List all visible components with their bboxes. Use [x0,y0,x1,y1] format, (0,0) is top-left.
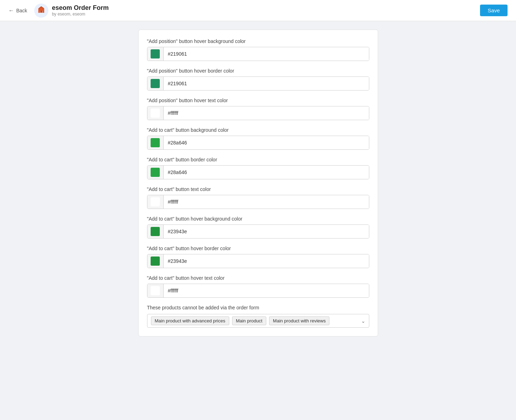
color-swatch-add-to-cart-btn-bg [151,138,160,147]
color-field-group-add-to-cart-btn-hover-border: "Add to cart" button hover border color [147,246,369,268]
products-tags-row[interactable]: Main product with advanced prices Main p… [147,314,369,328]
color-value-input-add-position-btn-hover-text[interactable] [164,106,369,120]
color-field-group-add-to-cart-btn-border: "Add to cart" button border color [147,157,369,179]
color-swatch-add-to-cart-btn-hover-bg [151,227,160,236]
product-tag-advanced-prices: Main product with advanced prices [151,316,229,325]
color-swatch-btn-add-to-cart-btn-text[interactable] [147,195,164,209]
chevron-down-icon[interactable]: ⌄ [361,318,365,324]
color-swatch-add-to-cart-btn-border [151,168,160,177]
color-field-row-add-position-btn-hover-bg [147,47,369,61]
color-swatch-btn-add-position-btn-hover-border[interactable] [147,77,164,90]
product-tag-reviews: Main product with reviews [269,316,330,325]
color-field-label-add-to-cart-btn-hover-border: "Add to cart" button hover border color [147,246,369,251]
back-arrow-icon: ← [8,7,14,14]
color-field-label-add-to-cart-btn-border: "Add to cart" button border color [147,157,369,162]
color-field-row-add-to-cart-btn-bg [147,136,369,150]
app-subtitle: by eseom, eseom [52,12,109,17]
color-field-row-add-to-cart-btn-border [147,165,369,179]
color-field-group-add-to-cart-btn-text: "Add to cart" button text color [147,186,369,209]
color-field-row-add-to-cart-btn-hover-border [147,254,369,268]
color-value-input-add-position-btn-hover-border[interactable] [164,77,369,90]
color-field-label-add-to-cart-btn-text: "Add to cart" button text color [147,186,369,192]
top-navigation: ← Back eseom Order Form by eseom, eseom … [0,0,516,21]
color-value-input-add-to-cart-btn-text[interactable] [164,195,369,209]
color-field-label-add-to-cart-btn-bg: "Add to cart" button background color [147,127,369,133]
color-swatch-btn-add-position-btn-hover-text[interactable] [147,106,164,120]
color-field-row-add-to-cart-btn-hover-text [147,284,369,298]
color-value-input-add-to-cart-btn-bg[interactable] [164,136,369,149]
nav-left: ← Back eseom Order Form by eseom, eseom [8,4,109,18]
color-value-input-add-to-cart-btn-hover-border[interactable] [164,254,369,268]
color-swatch-btn-add-to-cart-btn-hover-bg[interactable] [147,225,164,238]
color-field-row-add-position-btn-hover-text [147,106,369,120]
color-field-label-add-position-btn-hover-text: "Add position" button hover text color [147,98,369,103]
color-field-row-add-position-btn-hover-border [147,76,369,91]
color-value-input-add-to-cart-btn-border[interactable] [164,166,369,179]
color-swatch-btn-add-to-cart-btn-hover-text[interactable] [147,284,164,297]
form-panel: "Add position" button hover background c… [138,30,378,336]
color-field-group-add-position-btn-hover-bg: "Add position" button hover background c… [147,38,369,61]
color-swatch-add-to-cart-btn-hover-text [151,286,160,295]
color-swatch-add-to-cart-btn-hover-border [151,257,160,266]
product-tag-main: Main product [232,316,266,325]
color-swatch-btn-add-position-btn-hover-bg[interactable] [147,47,164,61]
color-field-group-add-position-btn-hover-text: "Add position" button hover text color [147,98,369,120]
brand: eseom Order Form by eseom, eseom [34,4,109,18]
color-value-input-add-position-btn-hover-bg[interactable] [164,47,369,61]
color-field-row-add-to-cart-btn-hover-bg [147,224,369,239]
products-section: These products cannot be added via the o… [147,305,369,328]
color-field-label-add-to-cart-btn-hover-text: "Add to cart" button hover text color [147,275,369,281]
svg-rect-1 [40,11,42,13]
color-swatch-add-position-btn-hover-text [151,109,160,118]
color-swatch-add-position-btn-hover-bg [151,49,160,58]
main-content: "Add position" button hover background c… [0,21,516,345]
back-label: Back [16,8,27,13]
color-field-group-add-to-cart-btn-bg: "Add to cart" button background color [147,127,369,150]
color-field-label-add-position-btn-hover-border: "Add position" button hover border color [147,68,369,74]
color-field-label-add-position-btn-hover-bg: "Add position" button hover background c… [147,38,369,44]
color-field-row-add-to-cart-btn-text [147,195,369,209]
color-swatch-btn-add-to-cart-btn-hover-border[interactable] [147,254,164,268]
color-value-input-add-to-cart-btn-hover-text[interactable] [164,284,369,297]
color-field-label-add-to-cart-btn-hover-bg: "Add to cart" button hover background co… [147,216,369,222]
color-value-input-add-to-cart-btn-hover-bg[interactable] [164,225,369,238]
save-button[interactable]: Save [480,5,508,16]
brand-text: eseom Order Form by eseom, eseom [52,4,109,17]
color-swatch-add-position-btn-hover-border [151,79,160,88]
color-fields-container: "Add position" button hover background c… [147,38,369,298]
brand-logo-icon [34,4,48,18]
color-swatch-add-to-cart-btn-text [151,197,160,206]
color-field-group-add-position-btn-hover-border: "Add position" button hover border color [147,68,369,91]
back-link[interactable]: ← Back [8,7,27,14]
app-title: eseom Order Form [52,4,109,12]
color-swatch-btn-add-to-cart-btn-bg[interactable] [147,136,164,149]
color-field-group-add-to-cart-btn-hover-text: "Add to cart" button hover text color [147,275,369,298]
color-field-group-add-to-cart-btn-hover-bg: "Add to cart" button hover background co… [147,216,369,239]
color-swatch-btn-add-to-cart-btn-border[interactable] [147,166,164,179]
products-label: These products cannot be added via the o… [147,305,369,310]
